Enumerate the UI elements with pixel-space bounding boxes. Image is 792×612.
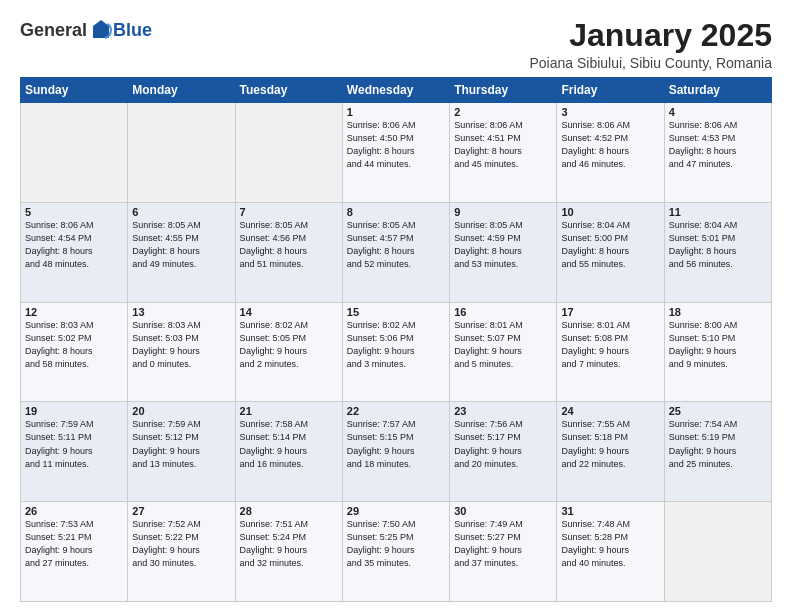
day-info: Sunrise: 8:05 AM Sunset: 4:55 PM Dayligh… — [132, 219, 230, 271]
day-number: 20 — [132, 405, 230, 417]
calendar-cell: 26Sunrise: 7:53 AM Sunset: 5:21 PM Dayli… — [21, 502, 128, 602]
day-info: Sunrise: 7:53 AM Sunset: 5:21 PM Dayligh… — [25, 518, 123, 570]
day-number: 12 — [25, 306, 123, 318]
calendar-header-saturday: Saturday — [664, 78, 771, 103]
calendar-cell: 10Sunrise: 8:04 AM Sunset: 5:00 PM Dayli… — [557, 202, 664, 302]
day-info: Sunrise: 7:48 AM Sunset: 5:28 PM Dayligh… — [561, 518, 659, 570]
day-number: 15 — [347, 306, 445, 318]
calendar-cell: 14Sunrise: 8:02 AM Sunset: 5:05 PM Dayli… — [235, 302, 342, 402]
day-number: 29 — [347, 505, 445, 517]
day-info: Sunrise: 8:03 AM Sunset: 5:02 PM Dayligh… — [25, 319, 123, 371]
day-info: Sunrise: 8:06 AM Sunset: 4:52 PM Dayligh… — [561, 119, 659, 171]
calendar-week-1: 5Sunrise: 8:06 AM Sunset: 4:54 PM Daylig… — [21, 202, 772, 302]
calendar-table: SundayMondayTuesdayWednesdayThursdayFrid… — [20, 77, 772, 602]
logo-general: General — [20, 20, 87, 41]
day-number: 31 — [561, 505, 659, 517]
calendar-cell: 4Sunrise: 8:06 AM Sunset: 4:53 PM Daylig… — [664, 103, 771, 203]
calendar-cell: 27Sunrise: 7:52 AM Sunset: 5:22 PM Dayli… — [128, 502, 235, 602]
day-number: 27 — [132, 505, 230, 517]
day-info: Sunrise: 8:05 AM Sunset: 4:57 PM Dayligh… — [347, 219, 445, 271]
day-number: 19 — [25, 405, 123, 417]
day-number: 21 — [240, 405, 338, 417]
day-number: 6 — [132, 206, 230, 218]
day-number: 7 — [240, 206, 338, 218]
day-number: 8 — [347, 206, 445, 218]
calendar-cell: 13Sunrise: 8:03 AM Sunset: 5:03 PM Dayli… — [128, 302, 235, 402]
calendar-cell: 22Sunrise: 7:57 AM Sunset: 5:15 PM Dayli… — [342, 402, 449, 502]
day-info: Sunrise: 8:02 AM Sunset: 5:06 PM Dayligh… — [347, 319, 445, 371]
day-number: 9 — [454, 206, 552, 218]
calendar-header-friday: Friday — [557, 78, 664, 103]
calendar-cell: 3Sunrise: 8:06 AM Sunset: 4:52 PM Daylig… — [557, 103, 664, 203]
calendar-cell: 31Sunrise: 7:48 AM Sunset: 5:28 PM Dayli… — [557, 502, 664, 602]
day-info: Sunrise: 7:51 AM Sunset: 5:24 PM Dayligh… — [240, 518, 338, 570]
calendar-cell: 9Sunrise: 8:05 AM Sunset: 4:59 PM Daylig… — [450, 202, 557, 302]
day-number: 30 — [454, 505, 552, 517]
calendar-header-sunday: Sunday — [21, 78, 128, 103]
day-info: Sunrise: 8:03 AM Sunset: 5:03 PM Dayligh… — [132, 319, 230, 371]
calendar-cell: 29Sunrise: 7:50 AM Sunset: 5:25 PM Dayli… — [342, 502, 449, 602]
day-number: 11 — [669, 206, 767, 218]
calendar-cell: 1Sunrise: 8:06 AM Sunset: 4:50 PM Daylig… — [342, 103, 449, 203]
calendar-cell — [21, 103, 128, 203]
day-number: 5 — [25, 206, 123, 218]
day-info: Sunrise: 7:54 AM Sunset: 5:19 PM Dayligh… — [669, 418, 767, 470]
day-info: Sunrise: 8:04 AM Sunset: 5:00 PM Dayligh… — [561, 219, 659, 271]
day-number: 23 — [454, 405, 552, 417]
calendar-week-3: 19Sunrise: 7:59 AM Sunset: 5:11 PM Dayli… — [21, 402, 772, 502]
calendar-cell — [235, 103, 342, 203]
page: General Blue January 2025 Poiana Sibiulu… — [0, 0, 792, 612]
calendar-cell: 16Sunrise: 8:01 AM Sunset: 5:07 PM Dayli… — [450, 302, 557, 402]
main-title: January 2025 — [529, 18, 772, 53]
day-number: 3 — [561, 106, 659, 118]
calendar-header-wednesday: Wednesday — [342, 78, 449, 103]
logo-icon — [89, 18, 113, 42]
calendar-cell: 21Sunrise: 7:58 AM Sunset: 5:14 PM Dayli… — [235, 402, 342, 502]
day-number: 4 — [669, 106, 767, 118]
day-info: Sunrise: 8:06 AM Sunset: 4:50 PM Dayligh… — [347, 119, 445, 171]
logo: General Blue — [20, 18, 152, 42]
calendar-cell: 20Sunrise: 7:59 AM Sunset: 5:12 PM Dayli… — [128, 402, 235, 502]
calendar-cell: 19Sunrise: 7:59 AM Sunset: 5:11 PM Dayli… — [21, 402, 128, 502]
day-info: Sunrise: 8:01 AM Sunset: 5:08 PM Dayligh… — [561, 319, 659, 371]
day-number: 10 — [561, 206, 659, 218]
day-info: Sunrise: 8:05 AM Sunset: 4:56 PM Dayligh… — [240, 219, 338, 271]
day-info: Sunrise: 7:59 AM Sunset: 5:11 PM Dayligh… — [25, 418, 123, 470]
day-number: 18 — [669, 306, 767, 318]
day-number: 26 — [25, 505, 123, 517]
day-number: 1 — [347, 106, 445, 118]
logo-blue: Blue — [113, 20, 152, 41]
day-number: 28 — [240, 505, 338, 517]
calendar-cell: 11Sunrise: 8:04 AM Sunset: 5:01 PM Dayli… — [664, 202, 771, 302]
calendar-cell: 15Sunrise: 8:02 AM Sunset: 5:06 PM Dayli… — [342, 302, 449, 402]
calendar-cell — [128, 103, 235, 203]
day-number: 2 — [454, 106, 552, 118]
day-info: Sunrise: 8:05 AM Sunset: 4:59 PM Dayligh… — [454, 219, 552, 271]
calendar-cell: 2Sunrise: 8:06 AM Sunset: 4:51 PM Daylig… — [450, 103, 557, 203]
calendar-cell: 17Sunrise: 8:01 AM Sunset: 5:08 PM Dayli… — [557, 302, 664, 402]
calendar-week-0: 1Sunrise: 8:06 AM Sunset: 4:50 PM Daylig… — [21, 103, 772, 203]
subtitle: Poiana Sibiului, Sibiu County, Romania — [529, 55, 772, 71]
header: General Blue January 2025 Poiana Sibiulu… — [20, 18, 772, 71]
calendar-cell: 30Sunrise: 7:49 AM Sunset: 5:27 PM Dayli… — [450, 502, 557, 602]
calendar-cell: 5Sunrise: 8:06 AM Sunset: 4:54 PM Daylig… — [21, 202, 128, 302]
calendar-header-row: SundayMondayTuesdayWednesdayThursdayFrid… — [21, 78, 772, 103]
calendar-week-2: 12Sunrise: 8:03 AM Sunset: 5:02 PM Dayli… — [21, 302, 772, 402]
day-number: 22 — [347, 405, 445, 417]
day-info: Sunrise: 8:06 AM Sunset: 4:53 PM Dayligh… — [669, 119, 767, 171]
day-info: Sunrise: 8:02 AM Sunset: 5:05 PM Dayligh… — [240, 319, 338, 371]
calendar-cell: 28Sunrise: 7:51 AM Sunset: 5:24 PM Dayli… — [235, 502, 342, 602]
day-info: Sunrise: 8:00 AM Sunset: 5:10 PM Dayligh… — [669, 319, 767, 371]
day-info: Sunrise: 7:56 AM Sunset: 5:17 PM Dayligh… — [454, 418, 552, 470]
day-info: Sunrise: 7:49 AM Sunset: 5:27 PM Dayligh… — [454, 518, 552, 570]
day-info: Sunrise: 7:58 AM Sunset: 5:14 PM Dayligh… — [240, 418, 338, 470]
calendar-week-4: 26Sunrise: 7:53 AM Sunset: 5:21 PM Dayli… — [21, 502, 772, 602]
day-number: 16 — [454, 306, 552, 318]
calendar-cell: 8Sunrise: 8:05 AM Sunset: 4:57 PM Daylig… — [342, 202, 449, 302]
calendar-cell: 25Sunrise: 7:54 AM Sunset: 5:19 PM Dayli… — [664, 402, 771, 502]
day-number: 24 — [561, 405, 659, 417]
day-info: Sunrise: 8:06 AM Sunset: 4:51 PM Dayligh… — [454, 119, 552, 171]
calendar-cell: 12Sunrise: 8:03 AM Sunset: 5:02 PM Dayli… — [21, 302, 128, 402]
calendar-header-thursday: Thursday — [450, 78, 557, 103]
calendar-header-monday: Monday — [128, 78, 235, 103]
